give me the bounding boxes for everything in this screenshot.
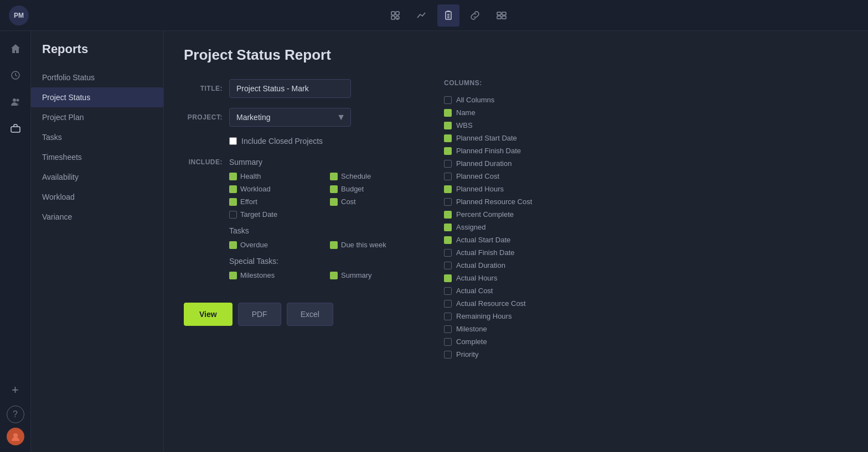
cb-due-this-week: Due this week (330, 241, 422, 249)
actual-hours-label: Actual Hours (456, 274, 497, 282)
sidebar-item-workload[interactable]: Workload (31, 187, 163, 207)
columns-scroll[interactable]: All Columns Name WBS Planned Start Date (444, 93, 848, 361)
svg-rect-8 (502, 12, 506, 15)
name-col-label: Name (456, 108, 476, 117)
priority-label: Priority (456, 350, 478, 359)
main-content: Project Status Report TITLE: PROJECT: Ma… (164, 31, 868, 452)
view-button[interactable]: View (184, 303, 232, 326)
special-tasks-header: Special Tasks: (229, 257, 422, 266)
planned-start-label: Planned Start Date (456, 134, 517, 142)
actual-cost-unchecked-icon (444, 287, 452, 295)
schedule-checked-icon (330, 173, 338, 180)
columns-label: COLUMNS: (444, 79, 848, 87)
nav-users[interactable] (4, 91, 27, 113)
col-percent-complete: Percent Complete (444, 208, 844, 221)
include-closed-checkbox[interactable] (229, 137, 237, 145)
sidebar: Reports Portfolio Status Project Status … (31, 31, 164, 452)
wbs-checked-icon (444, 122, 452, 129)
title-label: TITLE: (184, 85, 223, 92)
actual-hours-checked-icon (444, 274, 452, 282)
actual-start-label: Actual Start Date (456, 236, 510, 244)
svg-rect-7 (497, 12, 501, 15)
actual-duration-unchecked-icon (444, 262, 452, 269)
col-planned-resource-cost: Planned Resource Cost (444, 195, 844, 208)
actual-finish-label: Actual Finish Date (456, 248, 515, 257)
col-remaining-hours: Remaining Hours (444, 310, 844, 323)
toolbar-layout[interactable] (490, 4, 513, 27)
sidebar-item-variance[interactable]: Variance (31, 207, 163, 227)
include-label: INCLUDE: (189, 158, 223, 166)
milestones-checked-icon (229, 272, 237, 279)
remaining-hours-unchecked-icon (444, 313, 452, 320)
title-input[interactable] (229, 79, 351, 98)
nav-briefcase[interactable] (4, 117, 27, 139)
toolbar-link[interactable] (464, 4, 486, 27)
actual-duration-label: Actual Duration (456, 261, 505, 269)
planned-finish-checked-icon (444, 147, 452, 155)
cb-overdue: Overdue (229, 241, 321, 249)
planned-duration-unchecked-icon (444, 160, 452, 168)
sidebar-item-project-status[interactable]: Project Status (31, 87, 163, 107)
nav-home[interactable] (4, 38, 27, 60)
nav-help[interactable]: ? (7, 406, 24, 423)
cb-summary-special: Summary (330, 271, 422, 279)
all-columns-label: All Columns (456, 96, 494, 104)
sidebar-item-project-plan[interactable]: Project Plan (31, 107, 163, 127)
col-assigned: Assigned (444, 221, 844, 233)
due-this-week-checked-icon (330, 241, 338, 249)
app-logo[interactable]: PM (9, 6, 29, 25)
project-row: PROJECT: Marketing Development Design Op… (184, 108, 422, 127)
schedule-label: Schedule (341, 172, 371, 180)
col-actual-duration: Actual Duration (444, 259, 844, 272)
actual-finish-unchecked-icon (444, 249, 452, 257)
col-actual-finish: Actual Finish Date (444, 246, 844, 259)
svg-rect-10 (502, 16, 506, 19)
sidebar-item-timesheets[interactable]: Timesheets (31, 147, 163, 167)
svg-rect-0 (391, 12, 395, 15)
toolbar-center (38, 4, 859, 27)
target-date-unchecked-icon (229, 211, 237, 219)
toolbar-chart[interactable] (411, 4, 433, 27)
project-select-wrapper: Marketing Development Design Operations … (229, 108, 351, 127)
include-area: INCLUDE: Summary Health Sched (184, 155, 422, 287)
sidebar-item-portfolio[interactable]: Portfolio Status (31, 67, 163, 87)
health-checked-icon (229, 173, 237, 180)
actual-start-checked-icon (444, 236, 452, 244)
nav-clock[interactable] (4, 64, 27, 86)
col-milestone: Milestone (444, 323, 844, 335)
col-complete: Complete (444, 335, 844, 348)
actual-resource-cost-unchecked-icon (444, 300, 452, 308)
title-row: TITLE: (184, 79, 422, 98)
pdf-button[interactable]: PDF (238, 303, 281, 326)
complete-unchecked-icon (444, 338, 452, 346)
workload-checked-icon (229, 185, 237, 193)
summary-header: Summary (229, 158, 422, 167)
excel-button[interactable]: Excel (287, 303, 333, 326)
cb-effort: Effort (229, 198, 321, 206)
toolbar-search[interactable] (384, 4, 406, 27)
project-select[interactable]: Marketing Development Design Operations (229, 108, 351, 127)
complete-label: Complete (456, 337, 487, 346)
nav-avatar[interactable] (7, 428, 24, 445)
planned-resource-cost-unchecked-icon (444, 198, 452, 206)
effort-checked-icon (229, 198, 237, 206)
planned-cost-unchecked-icon (444, 173, 452, 180)
overdue-label: Overdue (240, 241, 268, 249)
toolbar-clipboard[interactable] (437, 4, 459, 27)
svg-rect-1 (396, 12, 399, 15)
col-name: Name (444, 106, 844, 119)
include-closed-row: Include Closed Projects (229, 137, 422, 146)
cb-health: Health (229, 172, 321, 180)
project-label: PROJECT: (184, 113, 223, 121)
nav-add[interactable]: + (4, 379, 27, 401)
summary-checkboxes: Health Schedule Workload (229, 172, 422, 219)
columns-section: COLUMNS: All Columns Name WBS (444, 79, 848, 361)
col-planned-cost: Planned Cost (444, 170, 844, 183)
svg-point-13 (16, 99, 19, 102)
name-checked-icon (444, 109, 452, 117)
col-actual-start: Actual Start Date (444, 233, 844, 246)
sidebar-item-availability[interactable]: Availability (31, 167, 163, 187)
sidebar-item-tasks[interactable]: Tasks (31, 127, 163, 147)
col-all-columns: All Columns (444, 93, 844, 106)
planned-finish-label: Planned Finish Date (456, 147, 521, 155)
